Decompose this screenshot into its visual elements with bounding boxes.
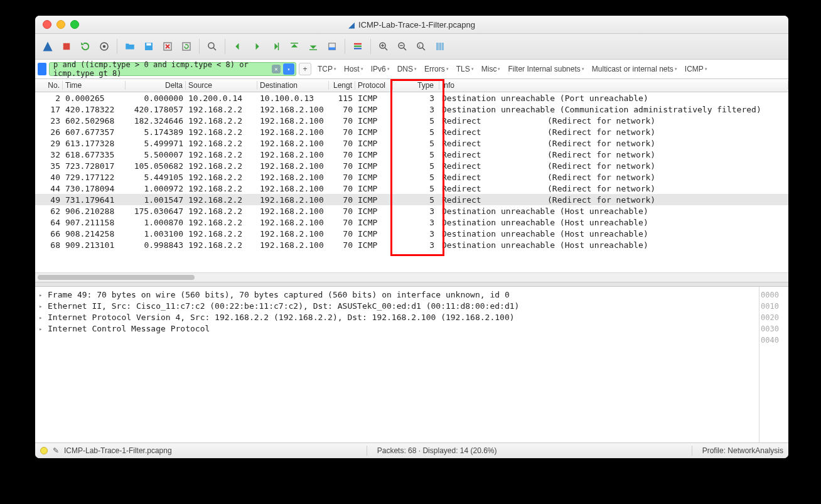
packet-details-tree[interactable]: ▸Frame 49: 70 bytes on wire (560 bits), … (35, 287, 759, 442)
svg-rect-15 (354, 48, 362, 49)
svg-point-2 (103, 45, 106, 48)
hex-offsets: 00000010002000300040 (759, 287, 788, 442)
status-file: ICMP-Lab-Trace-1-Filter.pcapng (64, 446, 172, 455)
col-info[interactable]: Info (439, 81, 788, 90)
window-title: ICMP-Lab-Trace-1-Filter.pcapng (358, 20, 475, 29)
svg-rect-0 (63, 43, 70, 50)
filter-bookmark-button[interactable] (38, 63, 46, 75)
tree-item[interactable]: ▸Ethernet II, Src: Cisco_11:c7:c2 (00:22… (39, 301, 755, 312)
colorize-button[interactable] (349, 38, 367, 55)
packet-list-hscroll[interactable] (35, 272, 788, 282)
last-packet-button[interactable] (304, 38, 322, 55)
packet-row[interactable]: 62906.210288175.030647192.168.2.2192.168… (35, 205, 788, 217)
svg-rect-22 (442, 43, 444, 50)
filter-button-dns[interactable]: DNS ▾ (394, 63, 421, 75)
filter-button-multicast-or-internal-nets[interactable]: Multicast or internal nets ▾ (588, 63, 681, 75)
col-type[interactable]: Type (393, 81, 439, 90)
status-bar: ✎ ICMP-Lab-Trace-1-Filter.pcapng Packets… (35, 442, 788, 458)
app-window: ◢ ICMP-Lab-Trace-1-Filter.pcapng 1 (35, 16, 788, 458)
packet-row[interactable]: 64907.2111581.000870192.168.2.2192.168.2… (35, 217, 788, 228)
display-filter-input[interactable]: p and ((icmp.type > 0 and icmp.type < 8)… (49, 62, 296, 76)
first-packet-button[interactable] (286, 38, 303, 55)
packet-row[interactable]: 26607.6773575.174389192.168.2.2192.168.2… (35, 126, 788, 137)
zoom-reset-button[interactable]: 1 (412, 38, 430, 55)
wireshark-icon: ◢ (348, 20, 355, 29)
goto-packet-button[interactable] (267, 38, 284, 55)
packet-row[interactable]: 29613.1773285.499971192.168.2.2192.168.2… (35, 137, 788, 149)
svg-rect-14 (354, 46, 362, 47)
close-window-button[interactable] (43, 20, 51, 29)
svg-rect-13 (354, 43, 362, 45)
svg-rect-6 (183, 43, 190, 50)
packet-list-pane[interactable]: No. Time Delta Source Destination Lengt … (35, 79, 788, 272)
col-proto[interactable]: Protocol (355, 81, 393, 90)
packet-row[interactable]: 49731.1796411.001547192.168.2.2192.168.2… (35, 194, 788, 205)
filter-button-misc[interactable]: Misc ▾ (478, 63, 505, 75)
zoom-window-button[interactable] (70, 20, 79, 29)
display-filter-text: p and ((icmp.type > 0 and icmp.type < 8)… (53, 60, 292, 78)
zoom-in-button[interactable] (375, 38, 392, 55)
svg-rect-12 (329, 48, 336, 50)
edit-icon[interactable]: ✎ (53, 446, 59, 455)
svg-rect-4 (146, 43, 151, 46)
filter-toolbar: p and ((icmp.type > 0 and icmp.type < 8)… (35, 60, 788, 79)
status-packets: Packets: 68 · Displayed: 14 (20.6%) (377, 446, 497, 455)
packet-row[interactable]: 23602.502968182.324646192.168.2.2192.168… (35, 115, 788, 126)
close-file-button[interactable] (159, 38, 176, 55)
go-forward-button[interactable] (248, 38, 266, 55)
clear-filter-button[interactable]: ✕ (272, 65, 281, 73)
window-controls (35, 20, 79, 29)
filter-button-errors[interactable]: Errors ▾ (421, 63, 453, 75)
packet-row[interactable]: 17420.178322420.178057192.168.2.2192.168… (35, 104, 788, 115)
filter-button-tcp[interactable]: TCP ▾ (314, 63, 340, 75)
packet-row[interactable]: 35723.728017105.050682192.168.2.2192.168… (35, 160, 788, 171)
expert-info-led[interactable] (40, 447, 48, 454)
resize-columns-button[interactable] (431, 38, 449, 55)
col-len[interactable]: Lengt (329, 81, 355, 90)
packet-row[interactable]: 32618.6773355.500007192.168.2.2192.168.2… (35, 149, 788, 160)
svg-rect-10 (309, 50, 317, 51)
filter-button-tls[interactable]: TLS ▾ (453, 63, 478, 75)
capture-options-button[interactable] (95, 38, 113, 55)
save-file-button[interactable] (140, 38, 158, 55)
col-dst[interactable]: Destination (257, 81, 329, 90)
pane-splitter[interactable] (35, 282, 788, 287)
status-profile[interactable]: Profile: NetworkAnalysis (702, 446, 783, 455)
svg-rect-21 (439, 43, 442, 50)
detail-pane: ▸Frame 49: 70 bytes on wire (560 bits), … (35, 287, 788, 442)
filter-button-icmp[interactable]: ICMP ▾ (681, 63, 711, 75)
packet-row[interactable]: 20.0002650.00000010.200.0.1410.100.0.131… (35, 92, 788, 104)
svg-point-7 (208, 43, 214, 48)
add-filter-button[interactable]: + (299, 63, 311, 75)
auto-scroll-button[interactable] (323, 38, 341, 55)
titlebar: ◢ ICMP-Lab-Trace-1-Filter.pcapng (35, 16, 788, 34)
go-back-button[interactable] (229, 38, 247, 55)
restart-capture-button[interactable] (77, 38, 94, 55)
filter-button-ipv6[interactable]: IPv6 ▾ (367, 63, 394, 75)
tree-item[interactable]: ▸Frame 49: 70 bytes on wire (560 bits), … (39, 289, 755, 301)
col-no[interactable]: No. (35, 81, 63, 90)
col-delta[interactable]: Delta (126, 81, 186, 90)
zoom-out-button[interactable] (394, 38, 411, 55)
open-file-button[interactable] (121, 38, 139, 55)
stop-capture-button[interactable] (58, 38, 75, 55)
main-toolbar: 1 (35, 34, 788, 60)
packet-row[interactable]: 68909.2131010.998843192.168.2.2192.168.2… (35, 239, 788, 250)
reload-file-button[interactable] (178, 38, 195, 55)
filter-button-host[interactable]: Host ▾ (340, 63, 367, 75)
packet-list-header: No. Time Delta Source Destination Lengt … (35, 79, 788, 92)
tree-item[interactable]: ▸Internet Protocol Version 4, Src: 192.1… (39, 312, 755, 323)
svg-text:1: 1 (419, 44, 421, 48)
col-src[interactable]: Source (186, 81, 257, 90)
start-capture-button[interactable] (39, 38, 56, 55)
col-time[interactable]: Time (63, 81, 126, 90)
minimize-window-button[interactable] (56, 20, 65, 29)
tree-item[interactable]: ▸Internet Control Message Protocol (39, 323, 755, 335)
packet-row[interactable]: 44730.1780941.000972192.168.2.2192.168.2… (35, 183, 788, 194)
filter-button-filter-internal-subnets[interactable]: Filter Internal subnets ▾ (504, 63, 588, 75)
apply-filter-button[interactable]: ▾ (283, 63, 294, 75)
packet-row[interactable]: 66908.2142581.003100192.168.2.2192.168.2… (35, 228, 788, 239)
find-packet-button[interactable] (203, 38, 221, 55)
svg-rect-20 (436, 43, 439, 50)
packet-row[interactable]: 40729.1771225.449105192.168.2.2192.168.2… (35, 171, 788, 183)
